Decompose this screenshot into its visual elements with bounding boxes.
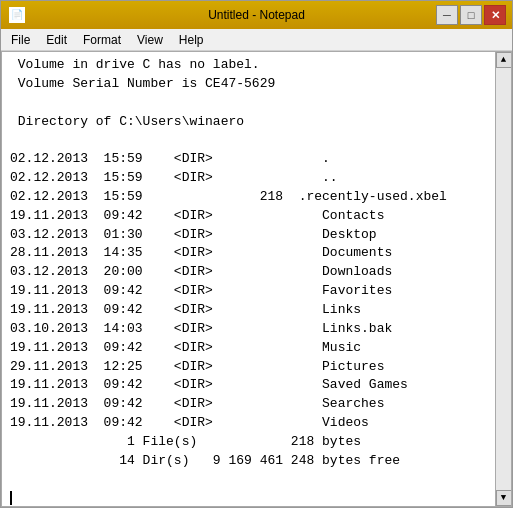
title-bar-left: 📄: [9, 7, 31, 23]
close-button[interactable]: ✕: [484, 5, 506, 25]
minimize-button[interactable]: ─: [436, 5, 458, 25]
menu-bar: File Edit Format View Help: [1, 29, 512, 51]
scroll-up-arrow[interactable]: ▲: [496, 52, 512, 68]
notepad-window: 📄 Untitled - Notepad ─ □ ✕ File Edit For…: [0, 0, 513, 508]
scrollbar-track[interactable]: [496, 68, 511, 490]
scroll-down-arrow[interactable]: ▼: [496, 490, 512, 506]
text-content[interactable]: Volume in drive C has no label. Volume S…: [2, 52, 495, 506]
menu-format[interactable]: Format: [75, 31, 129, 49]
title-bar: 📄 Untitled - Notepad ─ □ ✕: [1, 1, 512, 29]
window-controls: ─ □ ✕: [436, 5, 506, 25]
window-title: Untitled - Notepad: [208, 8, 305, 22]
menu-view[interactable]: View: [129, 31, 171, 49]
menu-file[interactable]: File: [3, 31, 38, 49]
app-icon: 📄: [9, 7, 25, 23]
menu-edit[interactable]: Edit: [38, 31, 75, 49]
menu-help[interactable]: Help: [171, 31, 212, 49]
editor-area[interactable]: Volume in drive C has no label. Volume S…: [1, 51, 512, 507]
maximize-button[interactable]: □: [460, 5, 482, 25]
text-cursor: [10, 491, 12, 505]
vertical-scrollbar[interactable]: ▲ ▼: [495, 52, 511, 506]
